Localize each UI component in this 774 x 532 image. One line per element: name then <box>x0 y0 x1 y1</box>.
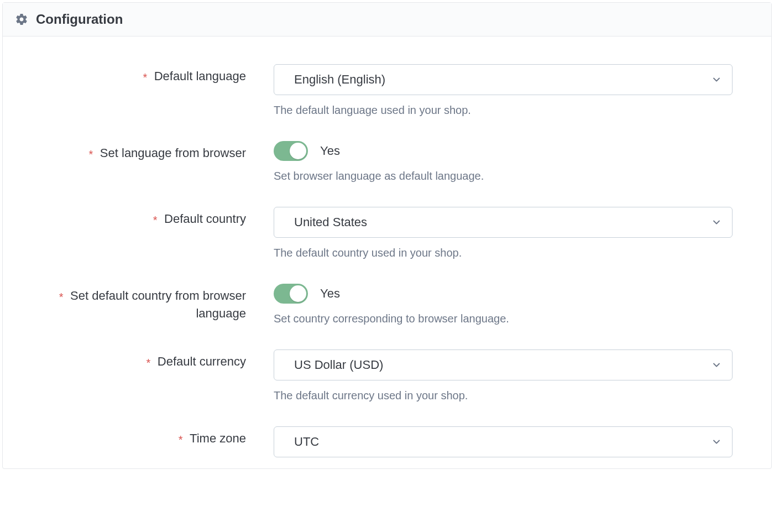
panel-header: Configuration <box>3 3 771 36</box>
field-set-language-from-browser: * Set language from browser Yes Set brow… <box>41 141 733 182</box>
toggle-knob <box>290 285 306 302</box>
required-marker: * <box>143 71 147 84</box>
required-marker: * <box>147 357 151 369</box>
select-value: United States <box>294 215 367 230</box>
toggle-state-label: Yes <box>320 144 340 158</box>
required-marker: * <box>153 214 158 226</box>
select-default-country[interactable]: United States <box>274 207 733 238</box>
help-default-country: The default country used in your shop. <box>274 247 733 259</box>
chevron-down-icon <box>711 359 722 371</box>
panel-title: Configuration <box>36 12 123 27</box>
field-time-zone: * Time zone UTC <box>41 426 733 457</box>
toggle-state-label: Yes <box>320 286 340 301</box>
label-default-currency: * Default currency <box>41 350 274 371</box>
required-marker: * <box>89 148 93 160</box>
configuration-panel: Configuration * Default language English… <box>2 2 772 469</box>
field-default-language: * Default language English (English) The… <box>41 64 733 117</box>
label-set-country-from-browser: * Set default country from browser langu… <box>41 284 274 322</box>
help-set-country-from-browser: Set country corresponding to browser lan… <box>274 312 733 325</box>
select-value: US Dollar (USD) <box>294 358 383 372</box>
label-set-language-from-browser: * Set language from browser <box>41 141 274 162</box>
select-default-currency[interactable]: US Dollar (USD) <box>274 350 733 380</box>
field-default-country: * Default country United States The defa… <box>41 207 733 259</box>
chevron-down-icon <box>711 217 722 228</box>
field-set-country-from-browser: * Set default country from browser langu… <box>41 284 733 325</box>
label-default-language: * Default language <box>41 64 274 85</box>
required-marker: * <box>59 291 64 303</box>
field-default-currency: * Default currency US Dollar (USD) The d… <box>41 350 733 402</box>
gear-icon <box>15 13 28 26</box>
toggle-set-country-from-browser[interactable] <box>274 284 308 304</box>
chevron-down-icon <box>711 436 722 447</box>
label-default-country: * Default country <box>41 207 274 228</box>
help-set-language-from-browser: Set browser language as default language… <box>274 170 733 182</box>
select-default-language[interactable]: English (English) <box>274 64 733 95</box>
required-marker: * <box>179 434 183 446</box>
help-default-language: The default language used in your shop. <box>274 104 733 117</box>
select-time-zone[interactable]: UTC <box>274 426 733 457</box>
label-time-zone: * Time zone <box>41 426 274 447</box>
toggle-set-language-from-browser[interactable] <box>274 141 308 161</box>
help-default-currency: The default currency used in your shop. <box>274 389 733 402</box>
chevron-down-icon <box>711 74 722 85</box>
select-value: English (English) <box>294 72 385 87</box>
toggle-knob <box>290 143 306 159</box>
select-value: UTC <box>294 435 319 449</box>
panel-body: * Default language English (English) The… <box>3 36 771 468</box>
